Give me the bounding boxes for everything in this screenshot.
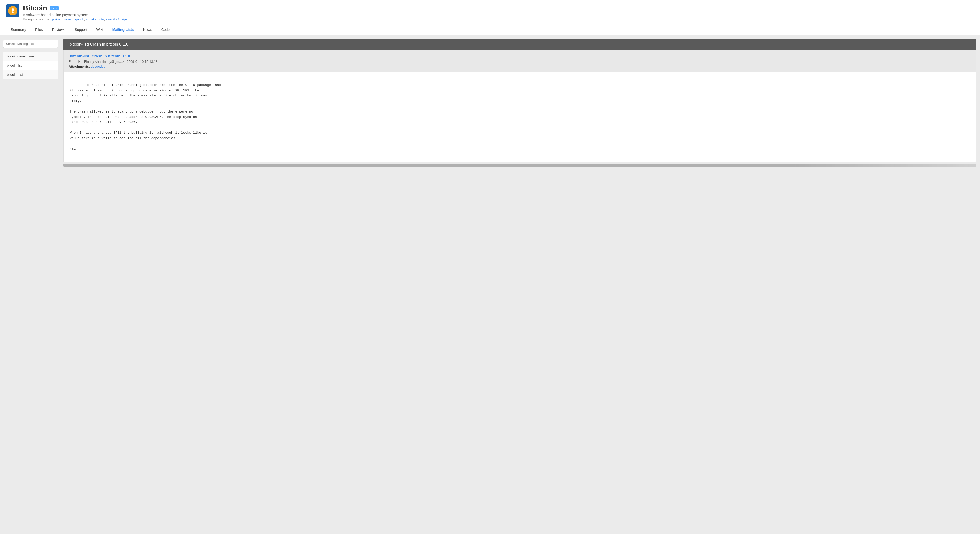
- attachment-debug-log[interactable]: debug.log: [91, 65, 105, 68]
- content-area: [bitcoin-list] Crash in bitcoin 0.1.0 [b…: [61, 35, 980, 534]
- tab-wiki[interactable]: Wiki: [92, 24, 107, 35]
- nav-bar: Summary Files Reviews Support Wiki Maili…: [0, 24, 980, 35]
- tab-summary[interactable]: Summary: [6, 24, 30, 35]
- list-item-bitcoin-list[interactable]: bitcoin-list: [3, 61, 58, 70]
- site-title: Bitcoin Beta: [23, 4, 127, 12]
- author-s_nakamoto[interactable]: s_nakamoto: [86, 17, 104, 21]
- list-item-bitcoin-test[interactable]: bitcoin-test: [3, 70, 58, 79]
- mailing-list-group: bitcoin-development bitcoin-list bitcoin…: [3, 52, 58, 79]
- tab-news[interactable]: News: [138, 24, 157, 35]
- main-container: bitcoin-development bitcoin-list bitcoin…: [0, 35, 980, 534]
- email-attachments: Attachments: debug.log: [68, 65, 970, 68]
- email-container: [bitcoin-list] Crash in bitcoin 0.1.0 Fr…: [63, 50, 976, 162]
- tab-mailing-lists[interactable]: Mailing Lists: [108, 24, 138, 35]
- author-gavinandresen[interactable]: gavinandresen: [51, 17, 73, 21]
- page-header: ₿ Bitcoin Beta A software-based online p…: [0, 0, 980, 24]
- tab-files[interactable]: Files: [30, 24, 48, 35]
- beta-badge: Beta: [50, 6, 59, 10]
- list-item-bitcoin-development[interactable]: bitcoin-development: [3, 52, 58, 61]
- email-from: From: Hal Finney <hal.finney@gm...> - 20…: [68, 60, 970, 64]
- header-text: Bitcoin Beta A software-based online pay…: [23, 4, 127, 21]
- author-jgarzik[interactable]: jgarzik: [75, 17, 84, 21]
- email-meta: [bitcoin-list] Crash in bitcoin 0.1.0 Fr…: [64, 50, 976, 72]
- sidebar: bitcoin-development bitcoin-list bitcoin…: [0, 35, 61, 534]
- author-sf-editor1[interactable]: sf-editor1: [106, 17, 120, 21]
- authors-line: Brought to you by: gavinandresen, jgarzi…: [23, 17, 127, 21]
- tab-support[interactable]: Support: [70, 24, 92, 35]
- scroll-bar[interactable]: [63, 164, 976, 167]
- logo-box: ₿: [6, 4, 19, 17]
- email-thread-header: [bitcoin-list] Crash in bitcoin 0.1.0: [63, 38, 976, 50]
- search-input[interactable]: [3, 40, 58, 48]
- tab-code[interactable]: Code: [157, 24, 174, 35]
- logo-icon: ₿: [8, 6, 18, 15]
- author-sipa[interactable]: sipa: [121, 17, 127, 21]
- site-tagline: A software-based online payment system: [23, 13, 127, 17]
- email-subject-link[interactable]: [bitcoin-list] Crash in bitcoin 0.1.0: [68, 54, 970, 58]
- email-body: Hi Satoshi - I tried running bitcoin.exe…: [64, 72, 976, 162]
- tab-reviews[interactable]: Reviews: [47, 24, 70, 35]
